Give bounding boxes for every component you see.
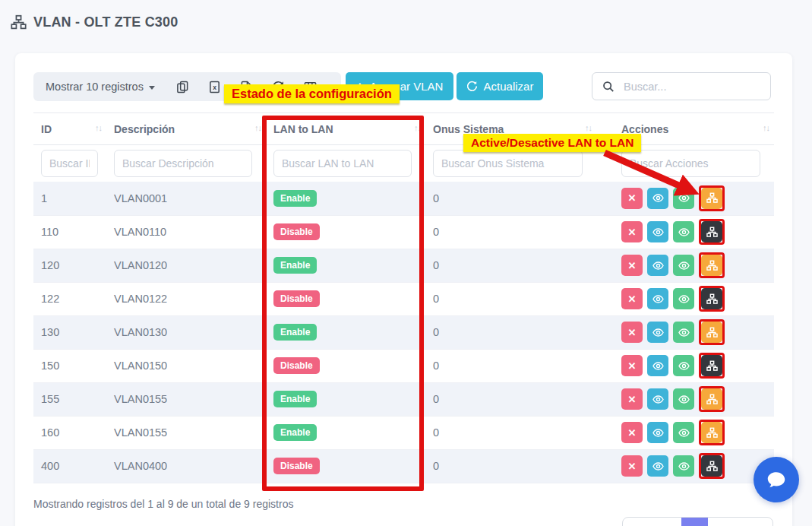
view-button[interactable] <box>647 455 668 477</box>
cell-description: VLAN0400 <box>106 449 266 483</box>
cell-onus: 0 <box>425 215 596 249</box>
chat-button[interactable] <box>754 457 799 502</box>
x-icon: ✕ <box>628 293 637 305</box>
status-badge: Enable <box>273 424 317 441</box>
delete-button[interactable]: ✕ <box>621 322 643 343</box>
table-row: 1 VLAN0001 Enable 0 ✕ <box>33 182 774 215</box>
cell-description: VLAN0110 <box>106 215 266 249</box>
lan-toggle-button[interactable] <box>701 455 722 477</box>
delete-button[interactable]: ✕ <box>621 255 643 276</box>
filter-onus-input[interactable] <box>433 150 583 177</box>
status-badge: Disable <box>273 357 320 374</box>
column-header-id[interactable]: ID↑↓ <box>33 113 106 145</box>
status-badge: Disable <box>273 290 320 307</box>
filter-id-input[interactable] <box>41 150 98 177</box>
annotation-config-label: Estado de la configuración <box>224 84 400 103</box>
view-onus-button[interactable] <box>673 455 694 477</box>
cell-onus: 0 <box>425 416 596 449</box>
lan-toggle-button[interactable] <box>701 422 722 443</box>
sort-icon[interactable]: ↑↓ <box>95 123 102 132</box>
filter-description-input[interactable] <box>114 150 252 177</box>
delete-button[interactable]: ✕ <box>621 355 643 376</box>
view-onus-button[interactable] <box>673 422 694 443</box>
view-button[interactable] <box>647 322 668 343</box>
sort-icon[interactable]: ↑↓ <box>763 123 769 132</box>
sort-icon[interactable]: ↑↓ <box>585 123 592 132</box>
lan-toggle-button[interactable] <box>701 355 722 376</box>
view-button[interactable] <box>647 188 668 209</box>
sitemap-icon <box>11 14 27 30</box>
svg-text:x: x <box>213 83 216 90</box>
table-card: Mostrar 10 registros x <box>15 53 792 526</box>
length-menu-dropdown[interactable]: Mostrar 10 registros <box>46 81 155 93</box>
table-row: 122 VLAN0122 Disable 0 ✕ <box>33 282 774 315</box>
view-onus-button[interactable] <box>673 188 694 209</box>
sitemap-icon <box>706 260 718 271</box>
header-row: ID↑↓ Descripción↑↓ LAN to LAN↑↓ Onus Sis… <box>33 113 774 145</box>
status-badge: Enable <box>273 391 317 407</box>
chevron-down-icon <box>149 86 155 90</box>
cell-id: 1 <box>33 182 106 215</box>
refresh-icon <box>466 81 478 92</box>
lan-toggle-button[interactable] <box>701 255 722 276</box>
copy-icon[interactable] <box>176 81 189 93</box>
status-badge: Enable <box>273 257 317 274</box>
lan-toggle-button[interactable] <box>701 388 722 410</box>
lan-toggle-button[interactable] <box>701 221 722 242</box>
chat-bubble-icon <box>765 468 788 491</box>
lan-toggle-button[interactable] <box>701 288 722 309</box>
pagination-active-page[interactable] <box>681 518 708 526</box>
view-button[interactable] <box>647 255 668 276</box>
delete-button[interactable]: ✕ <box>621 455 643 477</box>
row-actions: ✕ <box>621 219 769 245</box>
excel-export-icon[interactable]: x <box>208 81 221 93</box>
page-title: VLAN - OLT ZTE C300 <box>11 14 178 30</box>
delete-button[interactable]: ✕ <box>621 422 643 443</box>
row-actions: ✕ <box>621 353 769 379</box>
sitemap-icon <box>706 192 718 204</box>
column-header-lan-to-lan[interactable]: LAN to LAN↑↓ <box>266 113 425 145</box>
lan-toggle-button[interactable] <box>701 188 722 209</box>
status-badge: Enable <box>273 324 317 341</box>
global-search <box>592 72 771 100</box>
delete-button[interactable]: ✕ <box>621 288 643 309</box>
view-onus-button[interactable] <box>673 388 694 410</box>
eye-icon <box>652 360 664 372</box>
annotation-toggle-label: Active/Desactive LAN to LAN <box>463 134 641 152</box>
vlan-table: ID↑↓ Descripción↑↓ LAN to LAN↑↓ Onus Sis… <box>33 112 774 483</box>
view-button[interactable] <box>647 388 668 410</box>
cell-description: VLAN0130 <box>106 315 266 349</box>
view-button[interactable] <box>647 288 668 309</box>
sort-icon[interactable]: ↑↓ <box>414 123 421 132</box>
table-row: 400 VLAN0400 Disable 0 ✕ <box>33 449 774 483</box>
eye-icon <box>652 260 664 271</box>
annotation-rect-lan-button <box>699 353 725 379</box>
view-onus-button[interactable] <box>673 221 694 242</box>
filter-lan-input[interactable] <box>273 150 412 177</box>
eye-icon <box>678 192 690 204</box>
x-icon: ✕ <box>628 427 637 439</box>
cell-id: 155 <box>33 382 106 416</box>
filter-actions-input[interactable] <box>621 150 760 177</box>
cell-description: VLAN0150 <box>106 349 266 382</box>
refresh-button[interactable]: Actualizar <box>457 72 543 100</box>
view-button[interactable] <box>647 355 668 376</box>
view-button[interactable] <box>647 221 668 242</box>
eye-icon <box>678 461 690 472</box>
search-input[interactable] <box>622 80 763 93</box>
column-header-description[interactable]: Descripción↑↓ <box>106 113 266 145</box>
delete-button[interactable]: ✕ <box>621 188 643 209</box>
lan-toggle-button[interactable] <box>701 322 722 343</box>
view-button[interactable] <box>647 422 668 443</box>
table-body: 1 VLAN0001 Enable 0 ✕ <box>33 182 774 483</box>
delete-button[interactable]: ✕ <box>621 221 643 242</box>
view-onus-button[interactable] <box>673 322 694 343</box>
view-onus-button[interactable] <box>673 355 694 376</box>
sort-icon[interactable]: ↑↓ <box>254 123 261 132</box>
delete-button[interactable]: ✕ <box>621 388 643 410</box>
pagination[interactable] <box>622 517 773 526</box>
status-badge: Enable <box>273 190 317 207</box>
view-onus-button[interactable] <box>673 255 694 276</box>
view-onus-button[interactable] <box>673 288 694 309</box>
cell-onus: 0 <box>425 449 596 483</box>
